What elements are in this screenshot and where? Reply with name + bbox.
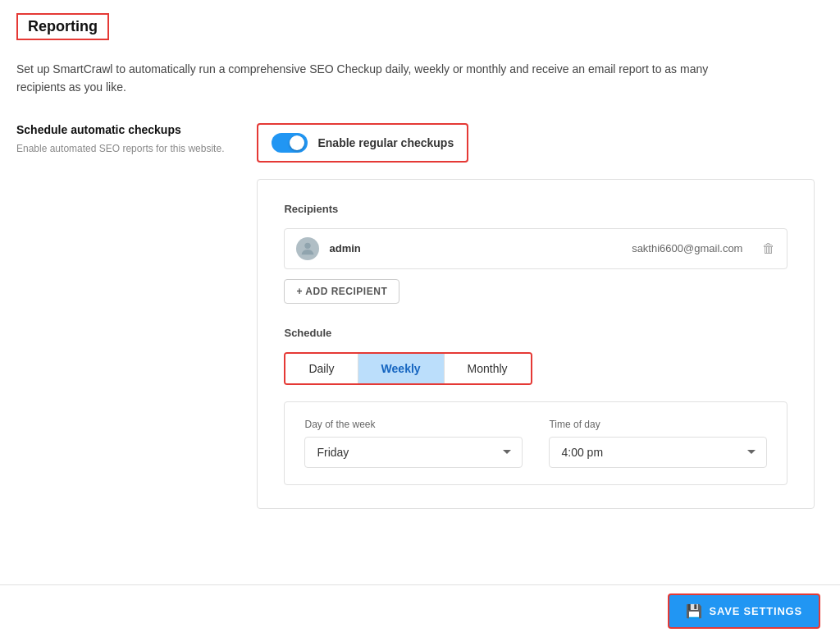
day-of-week-select[interactable]: Monday Tuesday Wednesday Thursday Friday…: [304, 437, 523, 468]
schedule-label-title: Schedule automatic checkups: [16, 123, 224, 136]
time-of-day-group: Time of day 12:00 am 1:00 am 2:00 am 3:0…: [549, 419, 767, 468]
time-of-day-select[interactable]: 12:00 am 1:00 am 2:00 am 3:00 am 4:00 am…: [549, 437, 767, 468]
save-settings-button[interactable]: 💾 SAVE SETTINGS: [668, 593, 820, 629]
schedule-label-sub: Enable automated SEO reports for this we…: [16, 141, 224, 156]
settings-row: Schedule automatic checkups Enable autom…: [16, 123, 824, 509]
day-of-week-label: Day of the week: [304, 419, 523, 430]
add-recipient-button[interactable]: + ADD RECIPIENT: [284, 279, 399, 304]
schedule-options-panel: Day of the week Monday Tuesday Wednesday…: [284, 401, 788, 485]
settings-content-col: Enable regular checkups Recipients admin…: [257, 123, 824, 509]
time-of-day-label: Time of day: [549, 419, 767, 430]
svg-point-0: [305, 242, 311, 248]
schedule-title: Schedule: [284, 327, 788, 339]
toggle-row: Enable regular checkups: [257, 123, 468, 163]
schedule-tabs: Daily Weekly Monthly: [284, 352, 532, 385]
recipient-email: sakthi6600@gmail.com: [388, 242, 752, 254]
save-icon: 💾: [686, 603, 703, 619]
tab-monthly[interactable]: Monthly: [445, 354, 531, 383]
avatar: [296, 237, 319, 260]
bottom-bar: 💾 SAVE SETTINGS: [0, 584, 840, 637]
page-title: Reporting: [28, 18, 98, 34]
save-btn-label: SAVE SETTINGS: [710, 605, 802, 617]
page-description: Set up SmartCrawl to automatically run a…: [16, 60, 755, 97]
day-of-week-group: Day of the week Monday Tuesday Wednesday…: [304, 419, 523, 468]
delete-recipient-icon[interactable]: 🗑: [762, 241, 775, 256]
settings-label-col: Schedule automatic checkups Enable autom…: [16, 123, 224, 156]
tab-weekly[interactable]: Weekly: [358, 354, 445, 383]
page-title-box: Reporting: [16, 13, 109, 40]
tab-daily[interactable]: Daily: [285, 354, 358, 383]
schedule-fields: Day of the week Monday Tuesday Wednesday…: [304, 419, 767, 468]
recipient-name: admin: [329, 242, 378, 254]
main-panel: Recipients admin sakthi6600@gmail.com 🗑 …: [257, 179, 815, 509]
recipients-title: Recipients: [284, 203, 788, 215]
enable-checkups-toggle[interactable]: [272, 133, 308, 153]
toggle-label: Enable regular checkups: [317, 136, 454, 149]
recipient-row: admin sakthi6600@gmail.com 🗑: [284, 228, 788, 269]
